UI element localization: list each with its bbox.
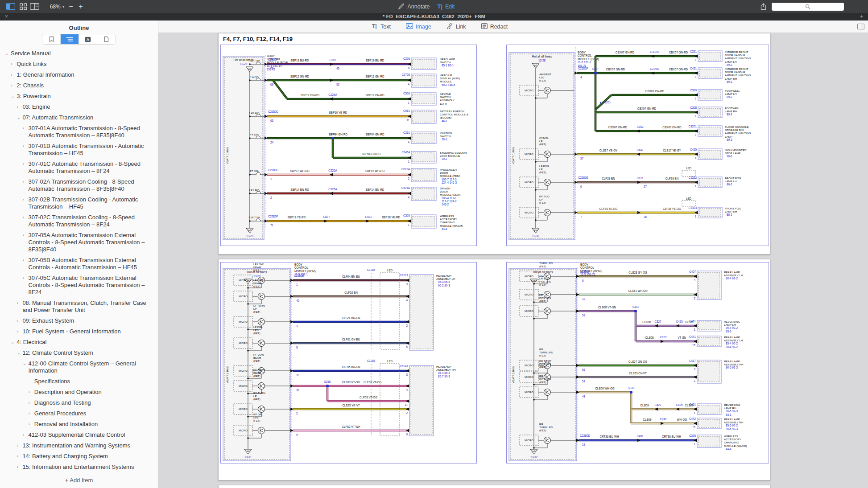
wiring-diagram-image-4[interactable]: Hot at all times13-30ARAR13-32VBATT 1 BU… [506,262,769,463]
bookmarks-tab[interactable] [42,34,61,44]
chevron-closed-icon[interactable]: › [11,82,12,89]
svg-text:AR: AR [532,450,536,453]
page-3 [218,485,770,488]
chevron-closed-icon[interactable]: › [23,125,24,132]
chevron-closed-icon[interactable]: › [23,196,24,203]
pages-tab[interactable] [97,34,116,44]
edit-tool-label: Redact [490,24,508,30]
outline-item-label: Description and Operation [34,389,102,395]
chevron-closed-icon[interactable]: › [23,160,24,168]
chevron-closed-icon[interactable]: › [29,410,30,417]
chevron-closed-icon[interactable]: › [17,299,18,307]
outline-item[interactable]: ›Removal and Installation [0,419,158,430]
svg-text:AB: AB [246,450,250,453]
annotate-tab[interactable]: Annotate [396,2,432,11]
chevron-closed-icon[interactable]: › [23,178,24,185]
outline-item[interactable]: ⌄07: Automatic Transmission [0,112,158,123]
outline-item[interactable]: ›03: Engine [0,102,158,112]
svg-text:9: 9 [406,433,408,436]
chevron-closed-icon[interactable]: › [29,399,30,406]
chevron-open-icon[interactable]: ⌄ [23,360,26,367]
wiring-diagram-image-2[interactable]: Hot at all times13-28AZAM13-30VBATT 1 BU… [506,45,769,246]
chevron-closed-icon[interactable]: › [23,214,24,221]
annotations-tab[interactable]: A [79,34,97,44]
chevron-closed-icon[interactable]: › [23,431,24,439]
document-canvas[interactable]: F4, F7, F10, F12, F14, F19 Hot at all ti… [158,33,868,488]
outline-item[interactable]: ›307-05C Automatic Transmission External… [0,273,158,298]
chevron-closed-icon[interactable]: › [17,328,18,335]
chevron-open-icon[interactable]: ⌄ [5,50,8,57]
svg-text:45: 45 [336,67,340,70]
outline-item[interactable]: ⌄4: Electrical [0,337,158,348]
svg-text:LAMP LH: LAMP LH [725,60,736,63]
edit-tool-image[interactable]: Image [406,23,431,30]
outline-item[interactable]: ›307-01B Automatic Transmission - Automa… [0,141,158,159]
outline-item[interactable]: Specifications [0,376,158,387]
outline-item[interactable]: ›13: Instrumentation and Warning Systems [0,440,158,451]
outline-item[interactable]: ›412-03 Supplemental Climate Control [0,430,158,440]
outline-item[interactable]: ›307-02A Transmission Cooling - 8-Speed … [0,176,158,194]
chevron-closed-icon[interactable]: › [23,275,24,282]
chevron-open-icon[interactable]: ⌄ [11,339,14,346]
outline-item[interactable]: ⌄12: Climate Control System [0,348,158,358]
outline-item[interactable]: ›307-01A Automatic Transmission - 8-Spee… [0,123,158,141]
chevron-closed-icon[interactable]: › [23,257,24,264]
zoom-out-button[interactable]: − [67,2,75,11]
chevron-closed-icon[interactable]: › [17,103,18,111]
outline-item[interactable]: ⌄412-00 Climate Control System – General… [0,358,158,376]
outline-item[interactable]: ›08: Manual Transmission, Clutch, Transf… [0,298,158,316]
two-page-view-button[interactable] [29,2,40,11]
chevron-closed-icon[interactable]: › [29,389,30,396]
thumbnails-view-button[interactable] [18,2,29,11]
svg-text:90-5 92-3: 90-5 92-3 [726,366,738,369]
outline-item[interactable]: ›307-01C Automatic Transmission - 8-Spee… [0,159,158,176]
wiring-diagram-image-1[interactable]: Hot at all times13-27AKAZ13-29VBATT 1 BU… [220,45,477,246]
chevron-closed-icon[interactable]: › [11,61,12,68]
edit-tab[interactable]: T| Edit [434,2,458,11]
chevron-closed-icon[interactable]: › [11,71,12,78]
outline-item[interactable]: ›Quick Links [0,59,158,70]
chevron-closed-icon[interactable]: › [17,463,18,470]
document-tab-title[interactable]: * FD_ESCAPE4-KUGA3_C482_2020+_FSM [0,14,868,19]
edit-tool-text[interactable]: T|Text [372,23,391,30]
outline-item[interactable]: ›2: Chassis [0,80,158,91]
chevron-closed-icon[interactable]: › [23,143,24,150]
outline-item[interactable]: ›1: General Information [0,70,158,80]
right-panel-toggle[interactable] [857,23,864,31]
chevron-open-icon[interactable]: ⌄ [17,349,20,357]
svg-text:4: 4 [580,76,582,79]
outline-item[interactable]: ⌄3: Powertrain [0,91,158,102]
outline-item[interactable]: ›307-02B Transmission Cooling - Automati… [0,194,158,212]
outline-item[interactable]: ›Diagnosis and Testing [0,398,158,408]
svg-text:1: 1 [694,411,695,414]
add-item-button[interactable]: + Add Item [0,477,158,484]
outline-item[interactable]: ›307-05A Automatic Transmission External… [0,230,158,255]
svg-text:SBP12 GN-RD: SBP12 GN-RD [301,94,319,97]
outline-item[interactable]: ⌄Service Manual [0,48,158,59]
outline-item[interactable]: ›10: Fuel System - General Information [0,326,158,337]
chevron-closed-icon[interactable]: › [17,442,18,449]
chevron-closed-icon[interactable]: › [29,421,30,428]
search-input[interactable] [771,2,844,11]
outline-item[interactable]: ›General Procedures [0,408,158,419]
outline-item[interactable]: ›14: Battery and Charging System [0,451,158,462]
zoom-in-button[interactable]: + [77,2,85,11]
outline-item[interactable]: ›307-05B Automatic Transmission External… [0,255,158,273]
outline-item[interactable]: ›Description and Operation [0,387,158,398]
sidebar-toggle-button[interactable] [5,2,16,11]
share-button[interactable] [758,2,768,11]
chevron-open-icon[interactable]: ⌄ [17,114,20,121]
outline-item[interactable]: ›307-02C Transmission Cooling - 8-Speed … [0,212,158,230]
chevron-closed-icon[interactable]: › [17,453,18,460]
zoom-level-dropdown[interactable]: 68% ▾ [46,2,68,11]
edit-tool-redact[interactable]: Redact [481,23,508,30]
outline-item[interactable]: ›15: Information and Entertainment Syste… [0,462,158,470]
outline-tab[interactable] [61,34,79,44]
edit-tool-link[interactable]: Link [446,23,466,30]
chevron-closed-icon[interactable]: › [17,317,18,324]
wiring-diagram-image-3[interactable]: Hot at all times13-29ABAB13-31VBATT 1 BU… [220,262,477,463]
outline-item[interactable]: ›09: Exhaust System [0,316,158,326]
add-tab-button[interactable]: + [860,13,864,20]
chevron-open-icon[interactable]: ⌄ [11,93,14,100]
chevron-closed-icon[interactable]: › [23,232,24,239]
